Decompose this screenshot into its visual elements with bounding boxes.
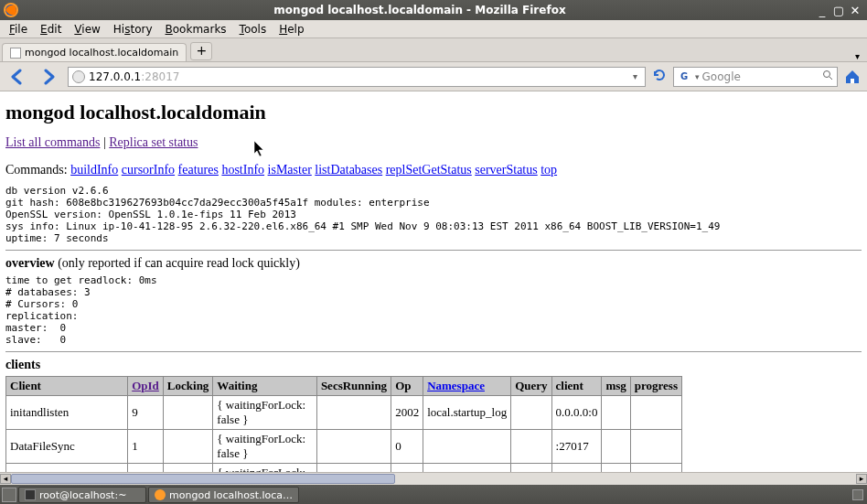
divider bbox=[5, 351, 862, 352]
url-bar[interactable]: 127.0.0.1:28017 ▾ bbox=[68, 67, 646, 87]
firefox-icon bbox=[4, 3, 18, 17]
content-viewport: mongod localhost.localdomain List all co… bbox=[0, 91, 867, 485]
window-title: mongod localhost.localdomain - Mozilla F… bbox=[26, 4, 814, 16]
link-cmd-listDatabases[interactable]: listDatabases bbox=[315, 163, 382, 177]
link-sort-namespace[interactable]: Namespace bbox=[427, 379, 485, 392]
link-cmd-buildInfo[interactable]: buildInfo bbox=[70, 163, 118, 177]
terminal-icon bbox=[25, 489, 36, 500]
home-button[interactable] bbox=[843, 68, 862, 86]
cell-client: DataFileSync bbox=[6, 430, 128, 464]
browser-tab[interactable]: mongod localhost.localdomain bbox=[2, 43, 187, 61]
clients-table: ClientOpIdLockingWaitingSecsRunningOpNam… bbox=[5, 376, 682, 485]
col-namespace: Namespace bbox=[423, 377, 511, 396]
link-cmd-features[interactable]: features bbox=[178, 163, 219, 177]
col-locking: Locking bbox=[163, 377, 213, 396]
overview-body: time to get readlock: 0ms # databases: 3… bbox=[5, 274, 862, 346]
cell-op: 0 bbox=[391, 430, 423, 464]
menu-file[interactable]: File bbox=[4, 21, 33, 38]
taskbar-browser[interactable]: mongod localhost.loca… bbox=[148, 487, 299, 503]
page-icon bbox=[10, 48, 21, 59]
url-port: :28017 bbox=[141, 70, 179, 83]
cell-progress bbox=[630, 430, 681, 464]
col-opid: OpId bbox=[128, 377, 164, 396]
link-cmd-top[interactable]: top bbox=[541, 163, 557, 177]
menu-edit[interactable]: Edit bbox=[35, 21, 67, 38]
taskbar-terminal[interactable]: root@localhost:~ bbox=[18, 487, 146, 503]
menu-help[interactable]: Help bbox=[273, 21, 309, 38]
commands-label: Commands: bbox=[5, 163, 70, 177]
divider bbox=[5, 250, 862, 251]
new-tab-button[interactable]: + bbox=[190, 42, 212, 60]
forward-button[interactable] bbox=[37, 66, 62, 88]
reload-button[interactable] bbox=[651, 68, 668, 85]
commands-row: Commands: buildInfo cursorInfo features … bbox=[5, 163, 862, 177]
back-button[interactable] bbox=[5, 66, 31, 88]
link-cmd-hostInfo[interactable]: hostInfo bbox=[221, 163, 264, 177]
cell-msg bbox=[602, 396, 630, 430]
cell-opid: 9 bbox=[128, 396, 164, 430]
tab-label: mongod localhost.localdomain bbox=[25, 47, 178, 59]
cell-client: initandlisten bbox=[6, 396, 128, 430]
col-waiting: Waiting bbox=[213, 377, 317, 396]
search-icon[interactable] bbox=[822, 70, 833, 83]
page-heading: mongod localhost.localdomain bbox=[5, 101, 862, 124]
table-row: DataFileSync1{ waitingForLock: false }0:… bbox=[6, 430, 682, 464]
menu-tools[interactable]: Tools bbox=[234, 21, 273, 38]
close-button[interactable]: ✕ bbox=[847, 4, 863, 17]
col-secsrunning: SecsRunning bbox=[316, 377, 391, 396]
svg-point-1 bbox=[824, 71, 830, 78]
cell-msg bbox=[602, 430, 630, 464]
svg-line-2 bbox=[830, 77, 832, 80]
cell-query bbox=[511, 396, 551, 430]
col-msg: msg bbox=[602, 377, 630, 396]
cell-secs bbox=[316, 430, 391, 464]
col-client: client bbox=[551, 377, 602, 396]
link-cmd-serverStatus[interactable]: serverStatus bbox=[475, 163, 537, 177]
google-icon: G bbox=[678, 70, 690, 83]
link-replica-set-status[interactable]: Replica set status bbox=[109, 135, 198, 149]
taskbar: root@localhost:~ mongod localhost.loca… bbox=[0, 485, 867, 504]
maximize-button[interactable]: ▢ bbox=[830, 4, 847, 17]
cell-op: 2002 bbox=[391, 396, 423, 430]
cell-clientaddr: :27017 bbox=[551, 430, 602, 464]
link-cmd-isMaster[interactable]: isMaster bbox=[268, 163, 312, 177]
clients-heading: clients bbox=[5, 358, 862, 372]
cell-waiting: { waitingForLock: false } bbox=[213, 430, 317, 464]
window-titlebar: mongod localhost.localdomain - Mozilla F… bbox=[0, 0, 867, 20]
cell-progress bbox=[630, 396, 681, 430]
table-row: initandlisten9{ waitingForLock: false }2… bbox=[6, 396, 682, 430]
scroll-right-button[interactable]: ▸ bbox=[856, 474, 867, 484]
cell-clientaddr: 0.0.0.0:0 bbox=[551, 396, 602, 430]
col-progress: progress bbox=[630, 377, 681, 396]
link-list-all-commands[interactable]: List all commands bbox=[5, 135, 100, 149]
scroll-thumb[interactable] bbox=[11, 474, 395, 484]
firefox-icon bbox=[155, 489, 166, 500]
svg-rect-3 bbox=[851, 79, 854, 83]
tray-icon[interactable] bbox=[852, 489, 863, 500]
url-host: 127.0.0.1 bbox=[89, 70, 141, 83]
menu-view[interactable]: View bbox=[69, 21, 105, 38]
tabs-dropdown[interactable]: ▾ bbox=[850, 51, 865, 61]
cell-ns: local.startup_log bbox=[423, 396, 511, 430]
minimize-button[interactable]: _ bbox=[814, 4, 830, 17]
link-cmd-cursorInfo[interactable]: cursorInfo bbox=[122, 163, 175, 177]
menu-bookmarks[interactable]: Bookmarks bbox=[160, 21, 232, 38]
link-cmd-replSetGetStatus[interactable]: replSetGetStatus bbox=[386, 163, 472, 177]
start-button[interactable] bbox=[2, 488, 16, 502]
menubar: File Edit View History Bookmarks Tools H… bbox=[0, 20, 867, 38]
nav-toolbar: 127.0.0.1:28017 ▾ G ▾ Google bbox=[0, 62, 867, 91]
scroll-left-button[interactable]: ◂ bbox=[0, 474, 11, 484]
globe-icon bbox=[72, 70, 85, 83]
col-op: Op bbox=[391, 377, 423, 396]
search-placeholder: Google bbox=[702, 70, 741, 83]
search-bar[interactable]: G ▾ Google bbox=[673, 67, 838, 87]
search-engine-dropdown[interactable]: ▾ bbox=[692, 72, 702, 81]
top-links: List all commands | Replica set status bbox=[5, 135, 862, 150]
url-dropdown-icon[interactable]: ▾ bbox=[629, 71, 641, 81]
menu-history[interactable]: History bbox=[108, 21, 158, 38]
cell-ns bbox=[423, 430, 511, 464]
tabbar: mongod localhost.localdomain + ▾ bbox=[0, 38, 867, 62]
link-sort-opid[interactable]: OpId bbox=[132, 379, 159, 392]
horizontal-scrollbar[interactable]: ◂ ▸ bbox=[0, 472, 867, 485]
cell-locking bbox=[163, 396, 213, 430]
